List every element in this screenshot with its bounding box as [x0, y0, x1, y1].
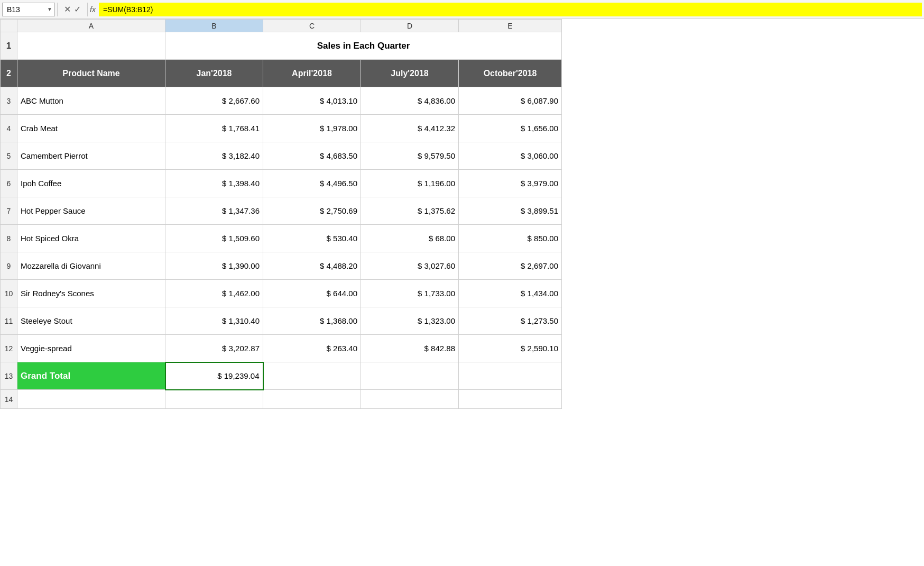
cell-b3[interactable]: $ 2,667.60 [165, 87, 263, 115]
confirm-icon[interactable]: ✓ [74, 5, 81, 14]
cell-b14[interactable] [165, 390, 263, 409]
cell-c2[interactable]: April'2018 [263, 60, 361, 87]
cell-d5[interactable]: $ 9,579.50 [361, 142, 459, 170]
cell-a6[interactable]: Ipoh Coffee [17, 170, 165, 197]
cell-e7[interactable]: $ 3,899.51 [459, 197, 562, 225]
cell-b9[interactable]: $ 1,390.00 [165, 252, 263, 280]
cell-b6[interactable]: $ 1,398.40 [165, 170, 263, 197]
cell-d7[interactable]: $ 1,375.62 [361, 197, 459, 225]
cell-d13[interactable] [361, 362, 459, 390]
cell-c13[interactable] [263, 362, 361, 390]
cell-c10[interactable]: $ 644.00 [263, 280, 361, 307]
cell-a13-grand-total[interactable]: Grand Total [17, 362, 165, 390]
cell-title[interactable]: Sales in Each Quarter [165, 32, 562, 60]
cell-d8[interactable]: $ 68.00 [361, 225, 459, 252]
row-header-1[interactable]: 1 [1, 32, 17, 60]
cell-b13-total[interactable]: $ 19,239.04 [165, 362, 263, 390]
row-12: 12 Veggie-spread $ 3,202.87 $ 263.40 $ 8… [1, 335, 562, 362]
row-header-2[interactable]: 2 [1, 60, 17, 87]
cell-d9[interactable]: $ 3,027.60 [361, 252, 459, 280]
cell-c7[interactable]: $ 2,750.69 [263, 197, 361, 225]
cell-d6[interactable]: $ 1,196.00 [361, 170, 459, 197]
row-header-8[interactable]: 8 [1, 225, 17, 252]
cell-c3[interactable]: $ 4,013.10 [263, 87, 361, 115]
corner-header[interactable] [1, 20, 17, 32]
cell-a7[interactable]: Hot Pepper Sauce [17, 197, 165, 225]
cell-c9[interactable]: $ 4,488.20 [263, 252, 361, 280]
cancel-icon[interactable]: ✕ [64, 5, 71, 14]
cell-b2[interactable]: Jan'2018 [165, 60, 263, 87]
row-14: 14 [1, 390, 562, 409]
cell-e11[interactable]: $ 1,273.50 [459, 307, 562, 335]
cell-a3[interactable]: ABC Mutton [17, 87, 165, 115]
row-9: 9 Mozzarella di Giovanni $ 1,390.00 $ 4,… [1, 252, 562, 280]
row-header-10[interactable]: 10 [1, 280, 17, 307]
formula-bar-divider [57, 3, 58, 16]
row-header-9[interactable]: 9 [1, 252, 17, 280]
cell-c11[interactable]: $ 1,368.00 [263, 307, 361, 335]
cell-b4[interactable]: $ 1,768.41 [165, 115, 263, 142]
cell-e12[interactable]: $ 2,590.10 [459, 335, 562, 362]
cell-b10[interactable]: $ 1,462.00 [165, 280, 263, 307]
col-header-e[interactable]: E [459, 20, 562, 32]
cell-b7[interactable]: $ 1,347.36 [165, 197, 263, 225]
cell-c4[interactable]: $ 1,978.00 [263, 115, 361, 142]
row-header-3[interactable]: 3 [1, 87, 17, 115]
cell-a4[interactable]: Crab Meat [17, 115, 165, 142]
row-3: 3 ABC Mutton $ 2,667.60 $ 4,013.10 $ 4,8… [1, 87, 562, 115]
col-header-c[interactable]: C [263, 20, 361, 32]
cell-e4[interactable]: $ 1,656.00 [459, 115, 562, 142]
cell-a5[interactable]: Camembert Pierrot [17, 142, 165, 170]
cell-a1[interactable] [17, 32, 165, 60]
cell-b12[interactable]: $ 3,202.87 [165, 335, 263, 362]
row-header-14[interactable]: 14 [1, 390, 17, 409]
cell-d2[interactable]: July'2018 [361, 60, 459, 87]
cell-a14[interactable] [17, 390, 165, 409]
col-header-b[interactable]: B [165, 20, 263, 32]
cell-c14[interactable] [263, 390, 361, 409]
cell-reference-box[interactable]: B13 ▼ [2, 3, 55, 16]
cell-a10[interactable]: Sir Rodney's Scones [17, 280, 165, 307]
cell-e9[interactable]: $ 2,697.00 [459, 252, 562, 280]
cell-b5[interactable]: $ 3,182.40 [165, 142, 263, 170]
cell-e8[interactable]: $ 850.00 [459, 225, 562, 252]
col-header-a[interactable]: A [17, 20, 165, 32]
cell-d11[interactable]: $ 1,323.00 [361, 307, 459, 335]
cell-e13[interactable] [459, 362, 562, 390]
col-header-d[interactable]: D [361, 20, 459, 32]
cell-c12[interactable]: $ 263.40 [263, 335, 361, 362]
row-1: 1 Sales in Each Quarter [1, 32, 562, 60]
cell-e3[interactable]: $ 6,087.90 [459, 87, 562, 115]
cell-c6[interactable]: $ 4,496.50 [263, 170, 361, 197]
cell-a2[interactable]: Product Name [17, 60, 165, 87]
cell-a9[interactable]: Mozzarella di Giovanni [17, 252, 165, 280]
cell-d4[interactable]: $ 4,412.32 [361, 115, 459, 142]
cell-e2[interactable]: October'2018 [459, 60, 562, 87]
row-header-4[interactable]: 4 [1, 115, 17, 142]
row-header-7[interactable]: 7 [1, 197, 17, 225]
cell-c5[interactable]: $ 4,683.50 [263, 142, 361, 170]
cell-c8[interactable]: $ 530.40 [263, 225, 361, 252]
row-header-11[interactable]: 11 [1, 307, 17, 335]
cell-d10[interactable]: $ 1,733.00 [361, 280, 459, 307]
fx-label: fx [90, 5, 96, 14]
cell-d14[interactable] [361, 390, 459, 409]
row-header-5[interactable]: 5 [1, 142, 17, 170]
cell-e10[interactable]: $ 1,434.00 [459, 280, 562, 307]
cell-d12[interactable]: $ 842.88 [361, 335, 459, 362]
cell-ref-dropdown-arrow[interactable]: ▼ [47, 6, 52, 12]
row-header-6[interactable]: 6 [1, 170, 17, 197]
row-header-13[interactable]: 13 [1, 362, 17, 390]
cell-e5[interactable]: $ 3,060.00 [459, 142, 562, 170]
cell-a11[interactable]: Steeleye Stout [17, 307, 165, 335]
cell-b11[interactable]: $ 1,310.40 [165, 307, 263, 335]
cell-e14[interactable] [459, 390, 562, 409]
column-header-row: A B C D E [1, 20, 562, 32]
cell-b8[interactable]: $ 1,509.60 [165, 225, 263, 252]
cell-a8[interactable]: Hot Spiced Okra [17, 225, 165, 252]
cell-e6[interactable]: $ 3,979.00 [459, 170, 562, 197]
formula-input[interactable] [99, 3, 922, 16]
row-header-12[interactable]: 12 [1, 335, 17, 362]
cell-a12[interactable]: Veggie-spread [17, 335, 165, 362]
cell-d3[interactable]: $ 4,836.00 [361, 87, 459, 115]
